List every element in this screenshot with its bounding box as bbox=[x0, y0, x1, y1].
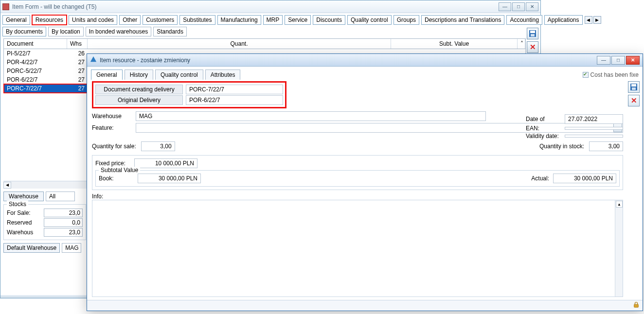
modal-close-button[interactable]: ✕ bbox=[626, 56, 640, 65]
app-icon bbox=[2, 3, 9, 10]
tab-descriptions-translations[interactable]: Descriptions and Translations bbox=[421, 15, 504, 25]
warehouse-filter-value[interactable]: All bbox=[46, 192, 75, 201]
stocks-legend: Stocks bbox=[7, 201, 28, 208]
fixed-price-value: 10 000,00 PLN bbox=[134, 158, 197, 168]
grid-scroll-up[interactable]: ˄ bbox=[518, 39, 525, 49]
default-warehouse-button[interactable]: Default Warehouse bbox=[3, 243, 60, 253]
warehouse-stock-label: Warehous bbox=[7, 229, 38, 236]
col-document[interactable]: Document bbox=[4, 39, 67, 49]
svg-rect-1 bbox=[530, 31, 535, 33]
actual-label: Actual: bbox=[520, 175, 549, 182]
primary-tab-row: General Resources Units and codes Other … bbox=[0, 13, 540, 25]
validity-date-label: Validity date: bbox=[526, 133, 565, 140]
date-of-value: 27.07.2022 bbox=[565, 114, 623, 124]
tab-groups[interactable]: Groups bbox=[394, 15, 419, 25]
original-delivery-button[interactable]: Original Delivery bbox=[95, 95, 183, 105]
subtab-by-location[interactable]: By location bbox=[48, 27, 84, 36]
main-delete-button[interactable]: ✕ bbox=[527, 41, 538, 53]
doc-creating-delivery-button[interactable]: Document creating delivery bbox=[95, 85, 183, 94]
svg-rect-7 bbox=[634, 304, 639, 307]
qty-for-sale-label: Quantity for sale: bbox=[92, 143, 136, 150]
tab-applications[interactable]: Applications bbox=[544, 15, 583, 25]
tab-general[interactable]: General bbox=[2, 15, 30, 25]
tab-manufacturing[interactable]: Manufacturing bbox=[217, 15, 261, 25]
modal-tab-quality-control[interactable]: Quality control bbox=[155, 70, 203, 80]
main-minimize-button[interactable]: — bbox=[499, 2, 511, 11]
tab-substitutes[interactable]: Substitutes bbox=[179, 15, 215, 25]
modal-title: Item resource - zostanie zmieniony bbox=[100, 57, 596, 64]
modal-tab-attributes[interactable]: Attributes bbox=[205, 70, 241, 80]
warehouse-stock-value: 23,0 bbox=[44, 228, 83, 237]
modal-tab-history[interactable]: History bbox=[125, 70, 153, 80]
default-warehouse-value: MAG bbox=[62, 243, 81, 253]
ean-label: EAN: bbox=[526, 125, 565, 132]
warehouse-value: MAG bbox=[136, 111, 486, 121]
tabs-scroll-left[interactable]: ◀ bbox=[585, 16, 592, 24]
subtab-bonded-warehouses[interactable]: In bonded warehouses bbox=[86, 27, 151, 36]
ean-value[interactable] bbox=[565, 127, 623, 130]
reserved-label: Reserved bbox=[7, 219, 38, 226]
tab-mrp[interactable]: MRP bbox=[263, 15, 283, 25]
tab-units-codes[interactable]: Units and codes bbox=[69, 15, 117, 25]
tab-customers[interactable]: Customers bbox=[143, 15, 178, 25]
cost-fixed-label: Cost has been fixe bbox=[590, 71, 639, 78]
checkbox-icon bbox=[583, 72, 589, 78]
modal-statusbar bbox=[87, 300, 643, 311]
doc-creating-delivery-value: PORC-7/22/7 bbox=[186, 85, 283, 94]
info-vertical-scrollbar[interactable]: ▲ bbox=[615, 200, 623, 297]
tabs-scroll-right[interactable]: ▶ bbox=[593, 16, 601, 24]
main-save-button[interactable] bbox=[527, 28, 538, 39]
svg-rect-2 bbox=[531, 34, 535, 36]
modal-tab-general[interactable]: General bbox=[91, 70, 123, 80]
modal-app-icon bbox=[90, 56, 97, 64]
info-textarea[interactable]: ▲ bbox=[92, 200, 623, 297]
col-whs[interactable]: Whs bbox=[67, 39, 88, 49]
qty-in-stock-label: Quantity in stock: bbox=[539, 143, 584, 150]
warehouse-filter-button[interactable]: Warehouse bbox=[3, 192, 44, 201]
tab-other[interactable]: Other bbox=[119, 15, 141, 25]
subtab-standards[interactable]: Standards bbox=[153, 27, 187, 36]
col-subt-value[interactable]: Subt. Value bbox=[391, 39, 518, 49]
tab-resources[interactable]: Resources bbox=[32, 15, 67, 25]
svg-marker-3 bbox=[90, 56, 96, 62]
modal-cancel-button[interactable]: ✕ bbox=[628, 95, 640, 106]
main-maximize-button[interactable]: □ bbox=[512, 2, 525, 11]
modal-save-button[interactable] bbox=[628, 81, 640, 93]
tab-service[interactable]: Service bbox=[285, 15, 311, 25]
grid-header: Document Whs Quant. Subt. Value ˄ bbox=[4, 39, 525, 49]
col-quant[interactable]: Quant. bbox=[88, 39, 391, 49]
main-close-button[interactable]: ✕ bbox=[526, 2, 538, 11]
original-delivery-value: POR-6/22/7 bbox=[186, 95, 283, 105]
for-sale-value: 23,0 bbox=[44, 209, 83, 217]
main-window-title: Item Form - will be changed (T5) bbox=[12, 3, 498, 10]
qty-in-stock-value: 3,00 bbox=[589, 141, 623, 151]
stocks-group: Stocks For Sale:23,0 Reserved0,0 Warehou… bbox=[3, 204, 86, 240]
delivery-highlight: Document creating delivery PORC-7/22/7 O… bbox=[92, 81, 286, 108]
validity-date-value[interactable] bbox=[565, 135, 623, 138]
cost-fixed-checkbox[interactable]: Cost has been fixe bbox=[583, 70, 639, 80]
date-of-label: Date of bbox=[526, 116, 565, 122]
secondary-tab-row: By documents By location In bonded wareh… bbox=[0, 25, 540, 38]
modal-maximize-button[interactable]: □ bbox=[611, 56, 625, 65]
svg-rect-5 bbox=[631, 84, 636, 87]
warehouse-label: Warehouse bbox=[92, 113, 136, 120]
reserved-value: 0,0 bbox=[44, 218, 83, 227]
svg-rect-6 bbox=[632, 87, 636, 90]
tab-accounting[interactable]: Accounting bbox=[506, 15, 542, 25]
fixed-price-label: Fixed price: bbox=[95, 160, 134, 167]
main-titlebar[interactable]: Item Form - will be changed (T5) — □ ✕ bbox=[0, 0, 540, 13]
modal-tab-row: General History Quality control Attribut… bbox=[87, 67, 643, 80]
actual-value: 30 000,00 PLN bbox=[553, 174, 616, 183]
modal-titlebar[interactable]: Item resource - zostanie zmieniony — □ ✕ bbox=[87, 54, 643, 67]
feature-label: Feature: bbox=[92, 124, 136, 131]
book-label: Book: bbox=[99, 175, 138, 182]
modal-minimize-button[interactable]: — bbox=[597, 56, 610, 65]
hscroll-left[interactable]: ◀ bbox=[3, 182, 11, 189]
price-block: Fixed price: 10 000,00 PLN Subtotal Valu… bbox=[92, 155, 623, 190]
subtab-by-documents[interactable]: By documents bbox=[2, 27, 46, 36]
info-label: Info: bbox=[92, 193, 623, 200]
tab-discounts[interactable]: Discounts bbox=[313, 15, 345, 25]
tab-quality-control[interactable]: Quality control bbox=[347, 15, 392, 25]
book-value: 30 000,00 PLN bbox=[138, 174, 201, 183]
vscroll-up[interactable]: ▲ bbox=[616, 201, 623, 208]
